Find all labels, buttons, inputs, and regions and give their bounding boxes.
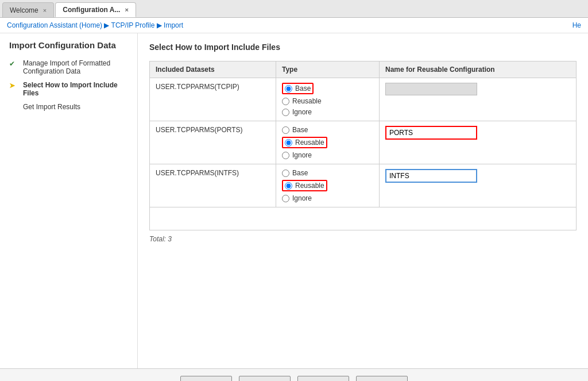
- name-input-3[interactable]: [385, 169, 477, 183]
- radio-reusable-2[interactable]: Reusable: [282, 137, 373, 148]
- page-title: Import Configuration Data: [9, 40, 128, 50]
- breadcrumb-home[interactable]: Configuration Assistant (Home): [7, 21, 102, 29]
- breadcrumb-section[interactable]: TCP/IP Profile: [111, 21, 155, 29]
- type-radio-group-1: Base Reusable Ignore: [282, 83, 373, 116]
- cancel-button[interactable]: Cancel: [356, 376, 408, 381]
- empty-row: [150, 207, 577, 230]
- dataset-cell-3: USER.TCPPARMS(INTFS): [150, 164, 276, 207]
- table-row: USER.TCPPARMS(PORTS) Base Reusabl: [150, 121, 577, 164]
- radio-ignore-1[interactable]: Ignore: [282, 108, 373, 116]
- sidebar: Import Configuration Data ✔ Manage Impor…: [0, 33, 138, 368]
- checkmark-icon: ✔: [9, 60, 20, 68]
- name-input-2[interactable]: [385, 126, 477, 140]
- tab-config-close[interactable]: ×: [125, 6, 128, 13]
- step3-label: Get Import Results: [23, 103, 80, 111]
- back-button[interactable]: < Back: [180, 376, 232, 381]
- import-table: Included Datasets Type Name for Reusable…: [149, 61, 577, 230]
- tab-bar: Welcome × Configuration A... ×: [0, 0, 588, 18]
- radio-reusable-3[interactable]: Reusable: [282, 180, 373, 191]
- col-header-type: Type: [276, 61, 380, 78]
- breadcrumb: Configuration Assistant (Home) ▶ TCP/IP …: [0, 18, 588, 33]
- radio-input-ignore-2[interactable]: [282, 152, 289, 159]
- radio-input-reusable-3[interactable]: [285, 182, 292, 190]
- radio-input-ignore-3[interactable]: [282, 195, 289, 202]
- breadcrumb-current: Import: [164, 21, 183, 29]
- tab-welcome-label: Welcome: [10, 6, 38, 14]
- arrow-icon: ➤: [9, 82, 20, 90]
- sidebar-item-step1: ✔ Manage Import of Formatted Configurati…: [9, 59, 128, 75]
- col-header-datasets: Included Datasets: [150, 61, 276, 78]
- type-radio-group-2: Base Reusable Ignore: [282, 126, 373, 159]
- table-row: USER.TCPPARMS(TCPIP) Base: [150, 78, 577, 121]
- radio-base-1[interactable]: Base: [282, 83, 373, 94]
- type-cell-3: Base Reusable Ignore: [276, 164, 380, 207]
- dataset-cell-2: USER.TCPPARMS(PORTS): [150, 121, 276, 164]
- main-layout: Import Configuration Data ✔ Manage Impor…: [0, 33, 588, 368]
- name-input-1[interactable]: [385, 83, 477, 95]
- radio-input-base-3[interactable]: [282, 170, 289, 177]
- radio-reusable-1[interactable]: Reusable: [282, 97, 373, 105]
- radio-input-base-2[interactable]: [282, 126, 289, 134]
- radio-input-base-1[interactable]: [285, 85, 292, 93]
- name-cell-1: [380, 78, 577, 121]
- total-label: Total: 3: [149, 235, 577, 243]
- content-area: Select How to Import Include Files Inclu…: [138, 33, 588, 368]
- tab-config-label: Configuration A...: [63, 6, 120, 14]
- radio-input-reusable-2[interactable]: [285, 139, 292, 147]
- breadcrumb-sep1: ▶: [104, 21, 111, 29]
- type-cell-1: Base Reusable Ignore: [276, 78, 380, 121]
- next-button[interactable]: Next >: [239, 376, 291, 381]
- radio-ignore-3[interactable]: Ignore: [282, 194, 373, 202]
- table-row: USER.TCPPARMS(INTFS) Base Reusabl: [150, 164, 577, 207]
- col-header-name: Name for Reusable Configuration: [380, 61, 577, 78]
- section-title: Select How to Import Include Files: [149, 43, 577, 52]
- button-bar: < Back Next > Finish Cancel: [0, 368, 588, 381]
- sidebar-item-step2: ➤ Select How to Import Include Files: [9, 81, 128, 97]
- radio-ignore-2[interactable]: Ignore: [282, 151, 373, 159]
- tab-welcome-close[interactable]: ×: [43, 7, 47, 14]
- tab-config[interactable]: Configuration A... ×: [55, 2, 136, 17]
- dataset-cell-1: USER.TCPPARMS(TCPIP): [150, 78, 276, 121]
- step1-label: Manage Import of Formatted Configuration…: [23, 59, 128, 75]
- sidebar-item-step3: Get Import Results: [9, 103, 128, 111]
- help-link[interactable]: He: [572, 21, 581, 29]
- type-cell-2: Base Reusable Ignore: [276, 121, 380, 164]
- radio-input-ignore-1[interactable]: [282, 109, 289, 116]
- name-cell-2: [380, 121, 577, 164]
- radio-input-reusable-1[interactable]: [282, 98, 289, 105]
- radio-base-2[interactable]: Base: [282, 126, 373, 134]
- radio-base-3[interactable]: Base: [282, 169, 373, 177]
- breadcrumb-sep2: ▶: [157, 21, 164, 29]
- finish-button[interactable]: Finish: [297, 376, 349, 381]
- type-radio-group-3: Base Reusable Ignore: [282, 169, 373, 202]
- tab-welcome[interactable]: Welcome ×: [2, 2, 54, 17]
- step2-label: Select How to Import Include Files: [23, 81, 128, 97]
- name-cell-3: [380, 164, 577, 207]
